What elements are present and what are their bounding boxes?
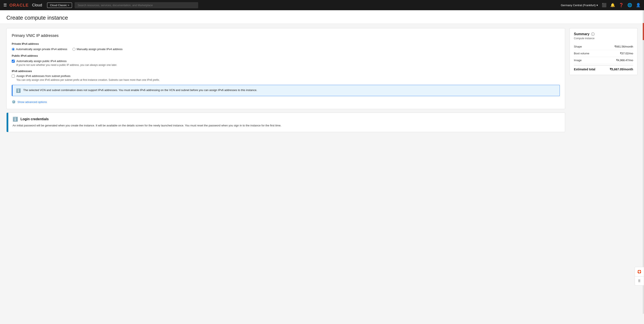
help-icon[interactable]: ❓ (619, 3, 624, 8)
summary-image-label: Image (574, 58, 582, 62)
summary-total-row: Estimated total ₹5,667.05/month (574, 65, 633, 71)
public-ipv4-checkbox-group: Automatically assign public IPv4 address (12, 60, 560, 63)
user-icon[interactable]: 👤 (636, 3, 640, 8)
auto-public-ipv4-label: Automatically assign public IPv4 address (16, 60, 67, 63)
login-card-accent-bar (6, 113, 8, 132)
region-selector[interactable]: Germany Central (Frankfurt) ▾ (561, 4, 598, 7)
advanced-options-label: Show advanced options (18, 100, 47, 104)
login-info-icon: ℹ️ (12, 116, 18, 122)
page-header: Create compute instance (0, 10, 644, 24)
terminal-icon[interactable]: ⬛ (602, 3, 606, 8)
summary-boot-value: ₹37.02/mo (620, 52, 633, 55)
hamburger-menu[interactable]: ☰ (4, 3, 7, 8)
grid-icon: ⠿ (638, 279, 640, 283)
ipv6-help-text: You can only assign one IPv6 address per… (16, 78, 560, 82)
oracle-logo: ORACLE (10, 3, 28, 8)
auto-public-ipv4-option[interactable]: Automatically assign public IPv4 address (12, 60, 560, 63)
bell-icon[interactable]: 🔔 (610, 3, 615, 8)
ipv6-label: IPv6 addresses (12, 70, 560, 73)
summary-panel: Summary i Compute instance Shape ₹661.56… (570, 28, 638, 324)
login-credentials-description: An initial password will be generated wh… (12, 124, 561, 128)
summary-image-row: Image ₹4,968.47/mo (574, 57, 633, 64)
public-ipv4-help-text: If you're not sure whether you need a pu… (16, 64, 560, 66)
ipv6-info-text: The selected VCN and subnet combination … (23, 88, 257, 92)
auto-private-ipv4-radio[interactable] (12, 48, 15, 51)
cloud-classic-button[interactable]: Cloud Classic > (47, 2, 72, 8)
help-widget: 🛟 ⠿ (634, 267, 644, 286)
summary-title-row: Summary i (574, 32, 633, 36)
manual-private-ipv4-option[interactable]: Manually assign private IPv4 address (72, 48, 122, 51)
vnic-section-card: Primary VNIC IP addresses Private IPv4 a… (6, 28, 565, 109)
summary-subtitle: Compute instance (574, 37, 633, 40)
show-advanced-options-link[interactable]: ⚙️ Show advanced options (12, 100, 560, 104)
region-label: Germany Central (Frankfurt) (561, 4, 596, 7)
summary-total-value: ₹5,667.05/month (610, 68, 633, 71)
login-card-body: ℹ️ Login credentials An initial password… (8, 113, 565, 132)
manual-private-ipv4-radio[interactable] (72, 48, 76, 51)
summary-info-icon[interactable]: i (591, 32, 594, 36)
login-icon-row: ℹ️ Login credentials (12, 116, 561, 122)
auto-private-ipv4-option[interactable]: Automatically assign private IPv4 addres… (12, 48, 67, 51)
private-ipv4-radio-group: Automatically assign private IPv4 addres… (12, 48, 560, 51)
main-form: Primary VNIC IP addresses Private IPv4 a… (6, 28, 565, 324)
info-circle-icon: ℹ️ (16, 88, 21, 93)
login-credentials-card: ℹ️ Login credentials An initial password… (6, 112, 565, 132)
top-navigation: ☰ ORACLE Cloud Cloud Classic > Germany C… (0, 0, 644, 10)
content-area: Primary VNIC IP addresses Private IPv4 a… (0, 24, 644, 324)
summary-title: Summary (574, 32, 590, 36)
summary-total-label: Estimated total (574, 68, 595, 71)
search-input[interactable] (74, 2, 198, 8)
private-ipv4-label: Private IPv4 address (12, 42, 560, 46)
globe-icon[interactable]: 🌐 (628, 3, 632, 8)
summary-card: Summary i Compute instance Shape ₹661.56… (570, 28, 638, 75)
ipv6-checkbox-group: Assign IPv6 addresses from subnet prefix… (12, 74, 560, 78)
login-card-header: ℹ️ Login credentials An initial password… (6, 113, 565, 132)
manual-private-ipv4-label: Manually assign private IPv4 address (77, 48, 122, 51)
public-ipv4-label: Public IPv4 address (12, 54, 560, 57)
summary-boot-label: Boot volume (574, 52, 589, 55)
page-title: Create compute instance (6, 14, 638, 21)
summary-shape-value: ₹661.56/month (614, 45, 633, 48)
ipv6-info-box: ℹ️ The selected VCN and subnet combinati… (12, 85, 560, 96)
ipv6-assign-label: Assign IPv6 addresses from subnet prefix… (16, 74, 70, 78)
settings-icon: ⚙️ (12, 100, 16, 104)
life-ring-icon: 🛟 (637, 270, 642, 274)
ipv6-section: IPv6 addresses Assign IPv6 addresses fro… (12, 70, 560, 82)
nav-right-icons: Germany Central (Frankfurt) ▾ ⬛ 🔔 ❓ 🌐 👤 (561, 3, 640, 8)
login-credentials-title: Login credentials (20, 117, 48, 121)
ipv6-checkbox[interactable] (12, 74, 15, 78)
vnic-section-title: Primary VNIC IP addresses (12, 34, 560, 38)
cloud-label: Cloud (32, 3, 42, 8)
chevron-down-icon: ▾ (596, 4, 598, 7)
auto-public-ipv4-checkbox[interactable] (12, 60, 15, 63)
summary-shape-label: Shape (574, 45, 582, 48)
summary-boot-row: Boot volume ₹37.02/mo (574, 50, 633, 57)
auto-private-ipv4-label: Automatically assign private IPv4 addres… (16, 48, 67, 51)
page-container: Primary VNIC IP addresses Private IPv4 a… (0, 24, 644, 324)
summary-image-value: ₹4,968.47/mo (616, 58, 633, 62)
help-widget-bottom-button[interactable]: ⠿ (634, 276, 644, 286)
help-widget-top-button[interactable]: 🛟 (634, 267, 644, 276)
summary-shape-row: Shape ₹661.56/month (574, 43, 633, 50)
ipv6-assign-option[interactable]: Assign IPv6 addresses from subnet prefix… (12, 74, 560, 78)
